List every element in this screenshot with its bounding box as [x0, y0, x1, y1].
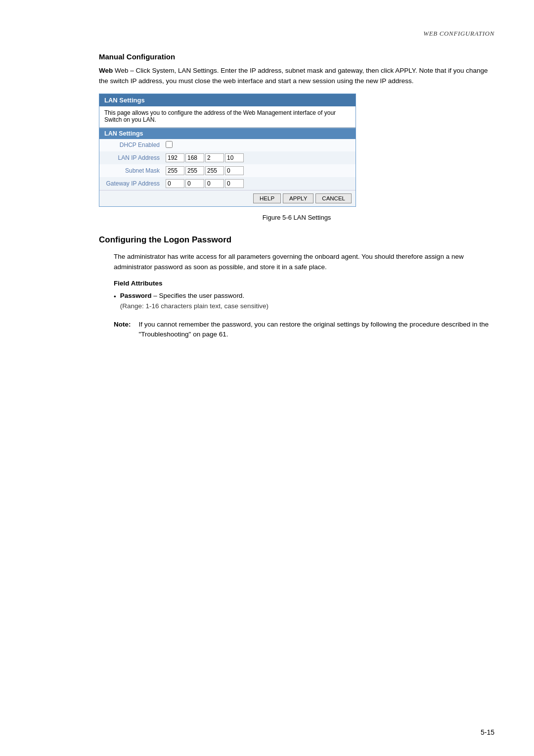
gateway-inputs [166, 179, 353, 188]
dhcp-value-cell [164, 139, 356, 151]
subnet-octet2[interactable] [185, 166, 204, 175]
note-label: Note: [114, 320, 131, 330]
dhcp-row: DHCP Enabled [99, 139, 356, 151]
subnet-octet3[interactable] [205, 166, 224, 175]
gateway-row: Gateway IP Address [99, 177, 356, 190]
password-bullet-label: Password [120, 292, 152, 299]
lan-panel-header: LAN Settings [99, 94, 356, 106]
gateway-label: Gateway IP Address [99, 177, 164, 190]
lan-buttons-row: HELP APPLY CANCEL [99, 190, 356, 206]
lan-inner-header: LAN Settings [99, 128, 356, 139]
manual-config-title: Manual Configuration [99, 52, 494, 61]
lan-panel-desc: This page allows you to configure the ad… [99, 106, 356, 128]
logon-body-text: The administrator has write access for a… [114, 252, 494, 273]
logon-section-content: The administrator has write access for a… [114, 252, 494, 340]
subnet-inputs [166, 166, 353, 175]
password-bullet-desc: Specifies the user password. [159, 292, 245, 299]
password-bullet: • Password – Specifies the user password… [114, 291, 494, 312]
dhcp-label: DHCP Enabled [99, 139, 164, 151]
subnet-label: Subnet Mask [99, 164, 164, 177]
password-bullet-text-container: Password – Specifies the user password. … [120, 291, 494, 312]
gateway-inputs-cell [164, 177, 356, 190]
note-row: Note: If you cannot remember the passwor… [114, 320, 494, 340]
apply-button[interactable]: APPLY [283, 193, 313, 203]
subnet-octet4[interactable] [225, 166, 244, 175]
lan-ip-row: LAN IP Address [99, 151, 356, 164]
lan-ip-inputs [166, 153, 353, 162]
web-label: Web [99, 67, 113, 74]
cancel-button[interactable]: CANCEL [315, 193, 352, 203]
lan-inner: LAN Settings DHCP Enabled LAN IP Address [99, 128, 356, 206]
page-container: WEB CONFIGURATION Manual Configuration W… [0, 0, 534, 756]
lan-ip-label: LAN IP Address [99, 151, 164, 164]
manual-config-body: Web Web – Click System, LAN Settings. En… [99, 66, 494, 87]
lan-ip-inputs-cell [164, 151, 356, 164]
page-header: WEB CONFIGURATION [99, 30, 494, 38]
note-text: If you cannot remember the password, you… [139, 320, 495, 340]
gateway-octet1[interactable] [166, 179, 184, 188]
subnet-octet1[interactable] [166, 166, 184, 175]
lan-panel: LAN Settings This page allows you to con… [99, 94, 356, 207]
gateway-octet4[interactable] [225, 179, 244, 188]
bullet-dot: • [114, 292, 116, 302]
field-attributes-title: Field Attributes [114, 280, 494, 287]
password-range: (Range: 1-16 characters plain text, case… [120, 301, 494, 312]
subnet-row: Subnet Mask [99, 164, 356, 177]
lan-ip-octet4[interactable] [225, 153, 244, 162]
logon-section-title: Configuring the Logon Password [99, 235, 494, 245]
manual-config-body-text: Web – Click System, LAN Settings. Enter … [99, 67, 488, 85]
subnet-inputs-cell [164, 164, 356, 177]
lan-ip-octet3[interactable] [205, 153, 224, 162]
help-button[interactable]: HELP [253, 193, 281, 203]
lan-ip-octet1[interactable] [166, 153, 184, 162]
header-title: WEB CONFIGURATION [423, 30, 494, 37]
lan-ip-octet2[interactable] [185, 153, 204, 162]
dhcp-checkbox[interactable] [166, 141, 173, 148]
gateway-octet3[interactable] [205, 179, 224, 188]
lan-settings-table: DHCP Enabled LAN IP Address [99, 139, 356, 190]
figure-caption: Figure 5-6 LAN Settings [99, 214, 494, 221]
page-number: 5-15 [481, 728, 494, 736]
gateway-octet2[interactable] [185, 179, 204, 188]
password-bullet-dash: – [153, 292, 159, 299]
